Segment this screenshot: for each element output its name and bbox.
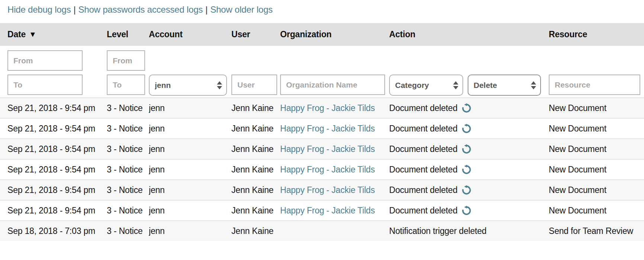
log-level: 3 - Notice bbox=[107, 165, 149, 175]
log-date: Sep 21, 2018 - 9:54 pm bbox=[7, 185, 107, 195]
log-date: Sep 21, 2018 - 9:54 pm bbox=[7, 103, 107, 113]
log-date: Sep 21, 2018 - 9:54 pm bbox=[7, 206, 107, 216]
log-account: jenn bbox=[149, 206, 231, 216]
level-from-input[interactable] bbox=[107, 50, 145, 71]
table-row: Sep 21, 2018 - 9:54 pm 3 - Notice jenn J… bbox=[0, 118, 644, 139]
action-category-select[interactable]: Category bbox=[389, 74, 463, 96]
log-resource: New Document bbox=[546, 144, 640, 154]
organization-link[interactable]: Happy Frog - Jackie Tilds bbox=[280, 103, 375, 113]
log-resource: Send for Team Review bbox=[546, 226, 640, 236]
log-resource: New Document bbox=[546, 124, 640, 134]
resource-filter-input[interactable] bbox=[549, 74, 640, 95]
log-date: Sep 21, 2018 - 9:54 pm bbox=[7, 165, 107, 175]
date-to-input[interactable] bbox=[7, 74, 83, 95]
organization-filter-input[interactable] bbox=[280, 74, 385, 95]
log-action: Document deleted bbox=[389, 165, 457, 175]
organization-link[interactable]: Happy Frog - Jackie Tilds bbox=[280, 185, 375, 195]
table-row: Sep 21, 2018 - 9:54 pm 3 - Notice jenn J… bbox=[0, 159, 644, 180]
organization-link[interactable]: Happy Frog - Jackie Tilds bbox=[280, 165, 375, 174]
undo-icon[interactable] bbox=[461, 124, 471, 134]
log-level: 3 - Notice bbox=[107, 226, 149, 236]
column-header-resource: Resource bbox=[546, 29, 640, 39]
user-filter-input[interactable] bbox=[231, 74, 277, 95]
link-separator: | bbox=[203, 4, 210, 15]
log-account: jenn bbox=[149, 124, 231, 134]
log-resource: New Document bbox=[546, 103, 640, 113]
log-user: Jenn Kaine bbox=[231, 144, 280, 154]
column-header-action: Action bbox=[389, 29, 546, 39]
column-header-organization: Organization bbox=[280, 29, 389, 39]
table-row: Sep 21, 2018 - 9:54 pm 3 - Notice jenn J… bbox=[0, 98, 644, 118]
hide-debug-logs-link[interactable]: Hide debug logs bbox=[7, 4, 71, 15]
table-header-row: Date ▼ Level Account User Organization A… bbox=[0, 23, 644, 46]
log-level: 3 - Notice bbox=[107, 103, 149, 113]
log-action: Notification trigger deleted bbox=[389, 226, 487, 236]
column-header-level: Level bbox=[107, 29, 149, 39]
link-separator: | bbox=[71, 4, 78, 15]
account-filter-select[interactable]: jenn bbox=[149, 74, 227, 96]
log-action: Document deleted bbox=[389, 185, 457, 195]
log-user: Jenn Kaine bbox=[231, 226, 280, 236]
filter-area: jenn Category Delete bbox=[0, 46, 644, 98]
log-level: 3 - Notice bbox=[107, 124, 149, 134]
log-level: 3 - Notice bbox=[107, 206, 149, 216]
table-row: Sep 21, 2018 - 9:54 pm 3 - Notice jenn J… bbox=[0, 200, 644, 221]
undo-icon[interactable] bbox=[461, 103, 471, 113]
log-action: Document deleted bbox=[389, 103, 457, 113]
undo-icon[interactable] bbox=[461, 144, 471, 154]
log-rows: Sep 21, 2018 - 9:54 pm 3 - Notice jenn J… bbox=[0, 98, 644, 241]
log-date: Sep 21, 2018 - 9:54 pm bbox=[7, 144, 107, 154]
log-date: Sep 21, 2018 - 9:54 pm bbox=[7, 124, 107, 134]
log-account: jenn bbox=[149, 165, 231, 175]
log-account: jenn bbox=[149, 226, 231, 236]
action-type-select[interactable]: Delete bbox=[468, 74, 541, 96]
log-action: Document deleted bbox=[389, 124, 457, 134]
table-row: Sep 21, 2018 - 9:54 pm 3 - Notice jenn J… bbox=[0, 180, 644, 200]
date-header-label: Date bbox=[7, 29, 26, 39]
log-user: Jenn Kaine bbox=[231, 124, 280, 134]
undo-icon[interactable] bbox=[461, 165, 471, 175]
organization-link[interactable]: Happy Frog - Jackie Tilds bbox=[280, 206, 375, 215]
table-row: Sep 21, 2018 - 9:54 pm 3 - Notice jenn J… bbox=[0, 139, 644, 159]
sort-desc-icon: ▼ bbox=[29, 30, 36, 39]
column-header-date[interactable]: Date ▼ bbox=[7, 29, 107, 39]
log-user: Jenn Kaine bbox=[231, 206, 280, 216]
organization-link[interactable]: Happy Frog - Jackie Tilds bbox=[280, 144, 375, 154]
undo-icon[interactable] bbox=[461, 206, 471, 216]
level-to-input[interactable] bbox=[107, 74, 145, 95]
log-action: Document deleted bbox=[389, 144, 457, 154]
log-resource: New Document bbox=[546, 165, 640, 175]
log-account: jenn bbox=[149, 185, 231, 195]
log-user: Jenn Kaine bbox=[231, 165, 280, 175]
show-passwords-accessed-logs-link[interactable]: Show passwords accessed logs bbox=[79, 4, 203, 15]
log-visibility-links: Hide debug logs|Show passwords accessed … bbox=[0, 0, 644, 16]
log-viewer-page: Hide debug logs|Show passwords accessed … bbox=[0, 0, 644, 260]
log-resource: New Document bbox=[546, 185, 640, 195]
log-resource: New Document bbox=[546, 206, 640, 216]
table-row: Sep 18, 2018 - 7:03 pm 3 - Notice jenn J… bbox=[0, 221, 644, 241]
log-date: Sep 18, 2018 - 7:03 pm bbox=[7, 226, 107, 236]
log-account: jenn bbox=[149, 103, 231, 113]
date-from-input[interactable] bbox=[7, 50, 83, 71]
show-older-logs-link[interactable]: Show older logs bbox=[210, 4, 273, 15]
log-user: Jenn Kaine bbox=[231, 185, 280, 195]
log-level: 3 - Notice bbox=[107, 185, 149, 195]
undo-icon[interactable] bbox=[461, 185, 471, 195]
log-account: jenn bbox=[149, 144, 231, 154]
organization-link[interactable]: Happy Frog - Jackie Tilds bbox=[280, 124, 375, 133]
log-user: Jenn Kaine bbox=[231, 103, 280, 113]
column-header-user: User bbox=[231, 29, 280, 39]
log-action: Document deleted bbox=[389, 206, 457, 216]
log-level: 3 - Notice bbox=[107, 144, 149, 154]
column-header-account: Account bbox=[149, 29, 231, 39]
